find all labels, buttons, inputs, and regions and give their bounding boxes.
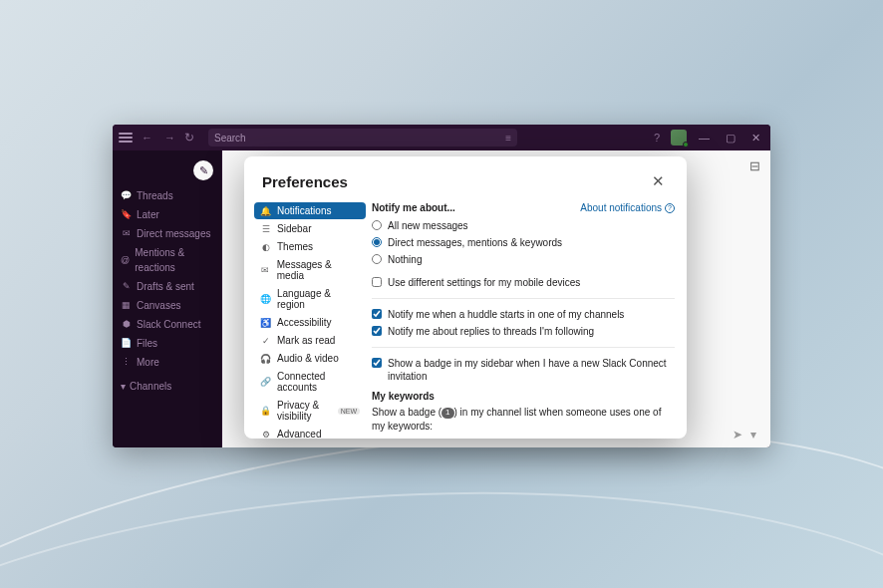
sidebar-item-files[interactable]: 📄Files	[113, 334, 221, 353]
send-icon[interactable]: ➤	[733, 428, 742, 441]
pref-nav-audiovideo[interactable]: 🎧Audio & video	[254, 350, 366, 367]
radio-all-messages[interactable]: All new messages	[372, 217, 675, 234]
link-icon: 🔗	[260, 377, 271, 387]
help-circle-icon: ?	[665, 203, 675, 213]
mentions-icon: @	[121, 253, 130, 268]
compose-button[interactable]: ✎	[193, 160, 213, 180]
search-input[interactable]: Search ≡	[208, 129, 517, 147]
sidebar-item-more[interactable]: ⋮More	[113, 353, 221, 372]
badge-example-icon: 1	[442, 408, 453, 419]
pref-nav-accounts[interactable]: 🔗Connected accounts	[254, 368, 366, 396]
pref-nav-notifications[interactable]: 🔔Notifications	[254, 202, 366, 219]
preferences-modal: Preferences ✕ 🔔Notifications ☰Sidebar ◐T…	[244, 156, 687, 439]
gear-icon: ⚙	[260, 430, 271, 440]
divider	[372, 347, 675, 348]
status-dot-icon	[683, 142, 689, 147]
dm-icon: ✉	[121, 226, 132, 241]
sidebar-item-later[interactable]: 🔖Later	[113, 205, 221, 224]
sidebar: ✎ 💬Threads 🔖Later ✉Direct messages @Ment…	[113, 150, 222, 447]
check-thread-replies[interactable]: Notify me about replies to threads I'm f…	[372, 323, 675, 340]
minimize-button[interactable]: —	[695, 132, 714, 144]
sidebar-item-canvases[interactable]: ▦Canvases	[113, 296, 221, 315]
maximize-button[interactable]: ▢	[722, 132, 739, 145]
more-icon: ⋮	[121, 355, 132, 370]
nav-forward-icon[interactable]: →	[161, 132, 178, 144]
pref-nav: 🔔Notifications ☰Sidebar ◐Themes ✉Message…	[244, 202, 366, 439]
sidebar-item-dms[interactable]: ✉Direct messages	[113, 224, 221, 243]
pref-nav-messages[interactable]: ✉Messages & media	[254, 256, 366, 284]
keywords-description: Show a badge (1) in my channel list when…	[372, 406, 675, 434]
drafts-icon: ✎	[121, 279, 132, 294]
accessibility-icon: ♿	[260, 318, 271, 328]
avatar[interactable]	[671, 130, 687, 146]
pref-nav-themes[interactable]: ◐Themes	[254, 238, 366, 255]
files-icon: 📄	[121, 336, 132, 351]
bell-icon: 🔔	[260, 206, 271, 216]
checkmark-icon: ✓	[260, 336, 271, 346]
titlebar: ← → ↻ Search ≡ ? — ▢ ✕	[113, 125, 770, 150]
keywords-title: My keywords	[372, 391, 675, 402]
themes-icon: ◐	[260, 242, 271, 252]
pref-nav-language[interactable]: 🌐Language & region	[254, 285, 366, 313]
new-badge: NEW	[338, 408, 360, 415]
lock-icon: 🔒	[260, 406, 271, 416]
headphones-icon: 🎧	[260, 354, 271, 364]
check-mobile-diff[interactable]: Use different settings for my mobile dev…	[372, 274, 675, 291]
sidebar-icon: ☰	[260, 224, 271, 234]
hamburger-icon[interactable]	[119, 133, 133, 143]
sidebar-item-drafts[interactable]: ✎Drafts & sent	[113, 277, 221, 296]
send-options-icon[interactable]: ▾	[750, 428, 756, 441]
nav-back-icon[interactable]: ←	[139, 132, 155, 144]
history-icon[interactable]: ↻	[184, 131, 194, 145]
filter-icon[interactable]: ≡	[505, 133, 511, 144]
pref-nav-privacy[interactable]: 🔒Privacy & visibilityNEW	[254, 397, 366, 425]
check-connect-badge[interactable]: Show a badge in my sidebar when I have a…	[372, 355, 675, 385]
threads-icon: 💬	[121, 188, 132, 203]
sidebar-item-connect[interactable]: ⬢Slack Connect	[113, 315, 221, 334]
sidebar-item-mentions[interactable]: @Mentions & reactions	[113, 243, 221, 277]
radio-dm-mentions[interactable]: Direct messages, mentions & keywords	[372, 234, 675, 251]
help-icon[interactable]: ?	[651, 132, 663, 144]
modal-title: Preferences	[262, 173, 348, 190]
window-close-button[interactable]: ✕	[747, 132, 764, 145]
messages-icon: ✉	[260, 265, 271, 275]
pref-content[interactable]: Notify me about... About notifications ?…	[366, 202, 687, 439]
pref-nav-markread[interactable]: ✓Mark as read	[254, 332, 366, 349]
notify-about-title: Notify me about...	[372, 202, 455, 213]
sidebar-item-threads[interactable]: 💬Threads	[113, 186, 221, 205]
modal-header: Preferences ✕	[244, 156, 687, 202]
pref-nav-sidebar[interactable]: ☰Sidebar	[254, 220, 366, 237]
radio-nothing[interactable]: Nothing	[372, 251, 675, 268]
pref-nav-accessibility[interactable]: ♿Accessibility	[254, 314, 366, 331]
thread-panel-icon[interactable]: ⊟	[749, 158, 760, 173]
pref-nav-advanced[interactable]: ⚙Advanced	[254, 426, 366, 439]
later-icon: 🔖	[121, 207, 132, 222]
chevron-down-icon: ▾	[121, 381, 126, 392]
close-icon[interactable]: ✕	[648, 170, 669, 192]
connect-icon: ⬢	[121, 317, 132, 332]
globe-icon: 🌐	[260, 294, 271, 304]
search-placeholder: Search	[214, 133, 246, 144]
check-huddle[interactable]: Notify me when a huddle starts in one of…	[372, 306, 675, 323]
divider	[372, 298, 675, 299]
channels-section[interactable]: ▾Channels	[113, 378, 221, 395]
canvas-icon: ▦	[121, 298, 132, 313]
about-notifications-link[interactable]: About notifications ?	[580, 202, 675, 213]
